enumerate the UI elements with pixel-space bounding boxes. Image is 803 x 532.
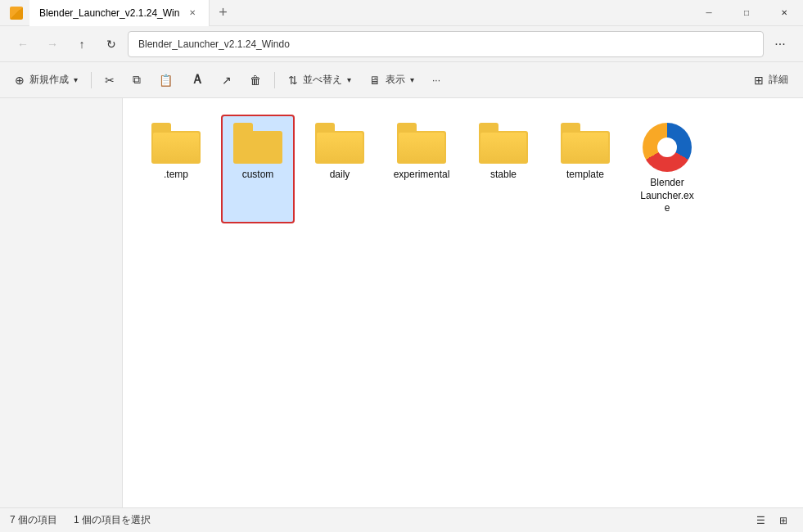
toolbar: ⊕ 新規作成 ▾ ✂ ⧉ 📋 Ａ ↗ 🗑 ⇅ 並べ替え ▾ 🖥 表示 ▾ ···… [0, 62, 803, 98]
refresh-button[interactable]: ↻ [98, 31, 124, 57]
folder-body [397, 131, 446, 164]
address-more-button[interactable]: ··· [767, 31, 793, 57]
file-label-temp: .temp [164, 169, 188, 182]
content-area: .tempcustomdailyexperimentalstabletempla… [123, 98, 803, 507]
minimize-button[interactable]: ─ [690, 0, 728, 26]
file-label-daily: daily [330, 169, 350, 182]
share-button[interactable]: ↗ [214, 67, 240, 93]
delete-icon: 🗑 [250, 74, 261, 87]
file-label-template: template [566, 169, 604, 182]
folder-body [479, 131, 528, 164]
file-item-template[interactable]: template [548, 115, 622, 223]
sort-label: 並べ替え [303, 73, 342, 87]
up-button[interactable]: ↑ [69, 31, 95, 57]
copy-icon: ⧉ [133, 73, 141, 87]
new-icon: ⊕ [15, 74, 25, 87]
delete-button[interactable]: 🗑 [241, 67, 269, 93]
tab-close-button[interactable]: ✕ [186, 7, 199, 20]
app-icon-small [10, 7, 23, 20]
folder-body [315, 131, 364, 164]
new-chevron-icon: ▾ [74, 75, 78, 84]
new-button[interactable]: ⊕ 新規作成 ▾ [7, 67, 86, 93]
folder-icon-stable [479, 123, 528, 164]
folder-icon-custom [233, 123, 282, 164]
folder-body-inner [562, 133, 608, 162]
sidebar [0, 98, 123, 507]
file-item-custom[interactable]: custom [221, 115, 295, 223]
folder-icon-temp [151, 123, 201, 164]
more-toolbar-button[interactable]: ··· [424, 67, 449, 93]
window-controls: ─ □ ✕ [690, 0, 803, 26]
blender-app-icon [643, 123, 692, 172]
view-button[interactable]: 🖥 表示 ▾ [361, 67, 422, 93]
detail-icon: ⊞ [754, 74, 764, 87]
detail-button[interactable]: ⊞ 詳細 [746, 67, 796, 93]
address-input[interactable]: Blender_Launcher_v2.1.24_Windo [128, 31, 764, 57]
folder-body [233, 131, 282, 164]
folder-icon-daily [315, 123, 364, 164]
item-count: 7 個の項目 [10, 513, 57, 527]
folder-body-inner [153, 133, 199, 162]
folder-icon-template [561, 123, 610, 164]
statusbar: 7 個の項目 1 個の項目を選択 ☰ ⊞ [0, 507, 803, 532]
file-label-experimental: experimental [394, 169, 450, 182]
titlebar: Blender_Launcher_v2.1.24_Win ✕ + ─ □ ✕ [0, 0, 803, 26]
back-button[interactable]: ← [10, 31, 36, 57]
detail-label: 詳細 [769, 73, 788, 87]
file-grid: .tempcustomdailyexperimentalstabletempla… [139, 115, 787, 223]
file-item-temp[interactable]: .temp [139, 115, 213, 223]
address-text: Blender_Launcher_v2.1.24_Windo [138, 38, 290, 50]
view-label: 表示 [386, 73, 405, 87]
new-tab-button[interactable]: + [210, 0, 236, 26]
folder-body-inner [235, 133, 281, 162]
cut-button[interactable]: ✂ [97, 67, 123, 93]
tab-label: Blender_Launcher_v2.1.24_Win [39, 7, 179, 19]
share-icon: ↗ [222, 74, 232, 87]
forward-button[interactable]: → [39, 31, 65, 57]
sort-chevron-icon: ▾ [347, 75, 351, 84]
folder-body [151, 131, 201, 164]
file-item-daily[interactable]: daily [303, 115, 377, 223]
rename-button[interactable]: Ａ [183, 67, 212, 93]
sort-button[interactable]: ⇅ 並べ替え ▾ [280, 67, 359, 93]
selected-count: 1 個の項目を選択 [74, 513, 151, 527]
file-item-experimental[interactable]: experimental [385, 115, 458, 223]
separator-2 [274, 72, 275, 88]
file-label-blender-launcher: Blender Launcher.exe [638, 177, 696, 215]
addressbar: ← → ↑ ↻ Blender_Launcher_v2.1.24_Windo ·… [0, 26, 803, 62]
close-button[interactable]: ✕ [765, 0, 803, 26]
rename-icon: Ａ [191, 71, 204, 88]
view-chevron-icon: ▾ [410, 75, 414, 84]
main-layout: .tempcustomdailyexperimentalstabletempla… [0, 98, 803, 507]
file-label-stable: stable [490, 169, 517, 182]
folder-body-inner [317, 133, 363, 162]
folder-icon-experimental [397, 123, 446, 164]
paste-icon: 📋 [159, 74, 173, 87]
separator-1 [91, 72, 92, 88]
sort-icon: ⇅ [288, 74, 298, 87]
folder-body-inner [399, 133, 444, 162]
more-toolbar-icon: ··· [432, 74, 440, 86]
file-item-blender-launcher[interactable]: Blender Launcher.exe [630, 115, 704, 223]
view-toggle-buttons: ☰ ⊞ [751, 512, 793, 529]
blender-icon-inner [657, 138, 677, 157]
paste-button[interactable]: 📋 [151, 67, 181, 93]
list-view-button[interactable]: ☰ [751, 512, 770, 529]
file-label-custom: custom [242, 169, 274, 182]
view-icon: 🖥 [369, 74, 381, 87]
file-item-stable[interactable]: stable [467, 115, 540, 223]
active-tab[interactable]: Blender_Launcher_v2.1.24_Win ✕ [29, 0, 210, 26]
folder-body [561, 131, 610, 164]
cut-icon: ✂ [105, 74, 115, 87]
maximize-button[interactable]: □ [728, 0, 765, 26]
folder-body-inner [480, 133, 526, 162]
copy-button[interactable]: ⧉ [124, 67, 149, 93]
new-label: 新規作成 [29, 73, 69, 87]
grid-view-button[interactable]: ⊞ [774, 512, 793, 529]
